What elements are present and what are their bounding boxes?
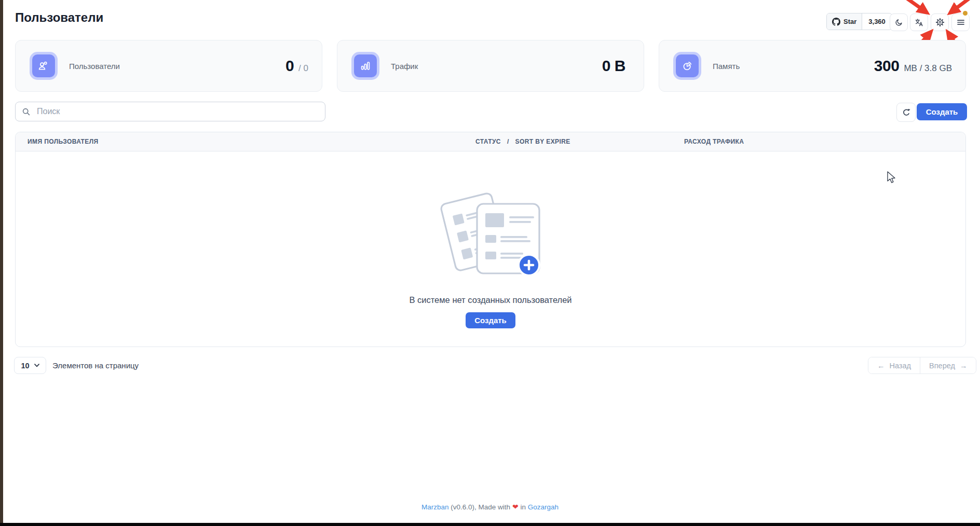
menu-icon — [957, 18, 965, 26]
arrow-right-icon: → — [960, 362, 968, 370]
translate-icon — [915, 18, 923, 27]
stat-cards: Пользователи 0 / 0 Трафик 0 B Память 300 — [15, 40, 966, 92]
prev-page-button[interactable]: ← Назад — [868, 357, 920, 373]
traffic-value: 0 B — [602, 57, 625, 75]
stat-card-users: Пользователи 0 / 0 — [15, 40, 322, 92]
next-page-label: Вперед — [929, 362, 955, 370]
github-star-button[interactable]: Star — [827, 13, 862, 30]
empty-state-illustration — [438, 181, 544, 283]
window-bottom-edge — [0, 523, 980, 526]
empty-state-message: В системе нет созданных пользователей — [409, 295, 571, 305]
search-box[interactable] — [15, 102, 325, 121]
settings-button[interactable] — [931, 13, 949, 31]
github-star-badge[interactable]: Star 3,360 — [826, 13, 892, 30]
language-button[interactable] — [910, 13, 928, 31]
gear-icon — [935, 18, 945, 27]
github-star-count[interactable]: 3,360 — [862, 13, 892, 30]
next-page-button[interactable]: Вперед → — [920, 357, 976, 373]
github-star-label: Star — [843, 18, 856, 25]
stat-card-memory: Память 300 MB / 3.8 GB — [659, 40, 966, 92]
memory-icon — [676, 54, 699, 77]
window-left-edge — [0, 0, 3, 526]
footer: Marzban (v0.6.0), Made with ❤ in Gozarga… — [0, 503, 980, 511]
memory-used: 300 — [874, 57, 900, 75]
users-table: ИМЯ ПОЛЬЗОВАТЕЛЯ СТАТУС / SORT BY EXPIRE… — [15, 132, 966, 347]
stat-card-value: 0 B — [602, 57, 630, 75]
dark-mode-button[interactable] — [890, 13, 908, 31]
stat-card-label: Трафик — [391, 62, 418, 71]
column-separator: / — [507, 138, 509, 145]
create-user-button[interactable]: Создать — [917, 103, 967, 120]
add-user-plus-icon — [519, 255, 539, 275]
github-logo-icon — [832, 18, 840, 26]
footer-text: (v0.6.0), Made with — [451, 503, 510, 511]
column-header-status[interactable]: СТАТУС — [475, 138, 501, 145]
column-header-sort-by-expire[interactable]: SORT BY EXPIRE — [515, 138, 570, 145]
users-total: / 0 — [298, 63, 308, 74]
memory-total: MB / 3.8 GB — [904, 63, 952, 74]
page-size-value: 10 — [21, 362, 29, 370]
refresh-button[interactable] — [896, 103, 916, 122]
users-icon — [32, 54, 55, 77]
moon-icon — [895, 18, 903, 26]
marzban-users-page: Пользователи Star 3,360 — [0, 0, 980, 526]
refresh-icon — [902, 108, 910, 117]
footer-in-word: in — [520, 503, 526, 511]
footer-brand-link[interactable]: Marzban — [421, 503, 449, 511]
search-icon — [22, 107, 31, 116]
column-header-traffic[interactable]: РАСХОД ТРАФИКА — [684, 138, 965, 145]
stat-card-traffic: Трафик 0 B — [337, 40, 644, 92]
menu-button[interactable] — [951, 13, 970, 31]
prev-page-label: Назад — [890, 362, 911, 370]
notification-dot — [963, 11, 968, 16]
search-input[interactable] — [36, 106, 319, 117]
stat-card-label: Память — [713, 62, 740, 71]
pager: ← Назад Вперед → — [868, 357, 976, 374]
page-title: Пользователи — [15, 10, 103, 25]
page-size-select[interactable]: 10 — [14, 357, 46, 374]
table-empty-body: В системе нет созданных пользователей Со… — [16, 151, 965, 347]
items-per-page-label: Элементов на страницу — [52, 361, 139, 370]
footer-org-link[interactable]: Gozargah — [528, 503, 559, 511]
stat-card-value: 0 / 0 — [285, 57, 308, 75]
empty-state-create-button[interactable]: Создать — [466, 312, 515, 328]
stat-card-label: Пользователи — [69, 62, 120, 71]
table-header-row: ИМЯ ПОЛЬЗОВАТЕЛЯ СТАТУС / SORT BY EXPIRE… — [16, 132, 965, 151]
column-header-username[interactable]: ИМЯ ПОЛЬЗОВАТЕЛЯ — [16, 138, 475, 145]
arrow-left-icon: ← — [877, 362, 885, 370]
heart-icon: ❤ — [512, 503, 519, 511]
traffic-icon — [354, 54, 377, 77]
stat-card-value: 300 MB / 3.8 GB — [874, 57, 952, 75]
chevron-down-icon — [34, 364, 39, 367]
users-count: 0 — [285, 57, 294, 75]
